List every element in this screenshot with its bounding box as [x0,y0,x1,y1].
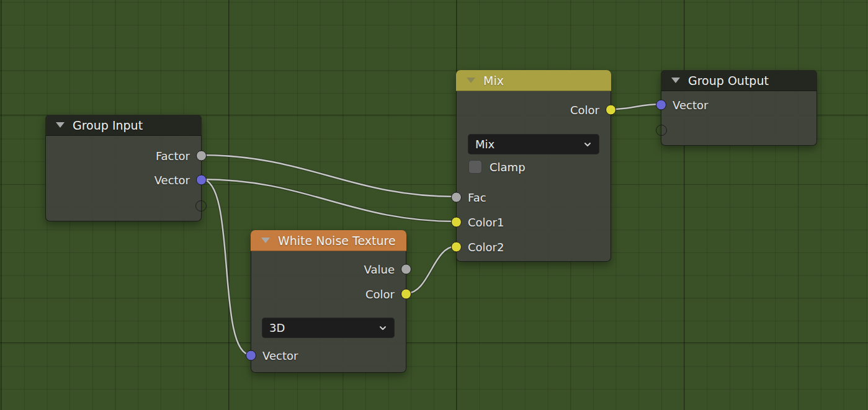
wire-vector-to-noise-vector[interactable] [202,179,251,355]
node-title: White Noise Texture [278,234,396,247]
node-title: Group Input [73,118,143,132]
output-row-vector: Vector [46,172,201,188]
node-mix[interactable]: Mix Color Mix Clamp Fac Color1 Color2 [456,70,611,262]
node-header-group-input[interactable]: Group Input [45,115,202,136]
node-header-white-noise[interactable]: White Noise Texture [251,230,406,251]
socket-input-color1[interactable] [451,217,462,228]
input-row-color2: Color2 [457,239,611,255]
input-row-vector: Vector [661,97,817,113]
node-editor-canvas[interactable]: Group Input Factor Vector White Noise Te… [0,0,868,410]
input-row-color1: Color1 [457,214,611,230]
node-title: Group Output [688,74,769,87]
output-row-color: Color [251,286,406,302]
dropdown-selected-value: Mix [475,138,494,151]
wire-vector-to-color1[interactable] [202,179,456,221]
input-row-fac: Fac [457,189,611,205]
socket-input-color2[interactable] [451,242,462,252]
output-row-color: Color [457,102,611,118]
output-row-value: Value [251,261,406,277]
socket-output-value[interactable] [401,264,411,275]
collapse-triangle-icon[interactable] [261,238,270,243]
clamp-label: Clamp [490,161,526,174]
node-group-output[interactable]: Group Output Vector [661,70,817,146]
socket-input-fac[interactable] [451,192,462,203]
wire-mix-color-to-output-vector[interactable] [611,104,661,109]
chevron-down-icon [378,325,387,331]
wire-noise-color-to-color2[interactable] [406,246,456,293]
wire-factor-to-fac[interactable] [202,155,456,197]
socket-output-color[interactable] [401,289,411,300]
socket-virtual-output[interactable] [195,200,207,212]
socket-virtual-input[interactable] [656,125,667,136]
chevron-down-icon [583,141,592,148]
socket-input-vector[interactable] [656,100,666,110]
socket-output-factor[interactable] [196,151,207,161]
collapse-triangle-icon[interactable] [671,78,680,83]
blend-mode-dropdown[interactable]: Mix [468,134,599,154]
output-row-factor: Factor [46,148,201,164]
input-row-vector: Vector [251,347,406,363]
node-header-group-output[interactable]: Group Output [661,70,817,91]
dropdown-selected-value: 3D [269,321,285,334]
node-title: Mix [483,74,504,87]
node-group-input[interactable]: Group Input Factor Vector [45,115,202,221]
socket-output-vector[interactable] [196,175,207,185]
node-header-mix[interactable]: Mix [456,70,611,91]
clamp-checkbox[interactable] [468,160,482,174]
node-white-noise-texture[interactable]: White Noise Texture Value Color 3D Vecto… [251,230,406,373]
dimensions-dropdown[interactable]: 3D [262,318,395,338]
input-row-virtual [661,122,817,138]
clamp-property-row: Clamp [468,160,526,174]
collapse-triangle-icon[interactable] [56,122,65,128]
output-row-virtual [46,198,201,214]
socket-output-color[interactable] [606,105,616,115]
collapse-triangle-icon[interactable] [467,78,475,83]
socket-input-vector[interactable] [246,350,256,361]
